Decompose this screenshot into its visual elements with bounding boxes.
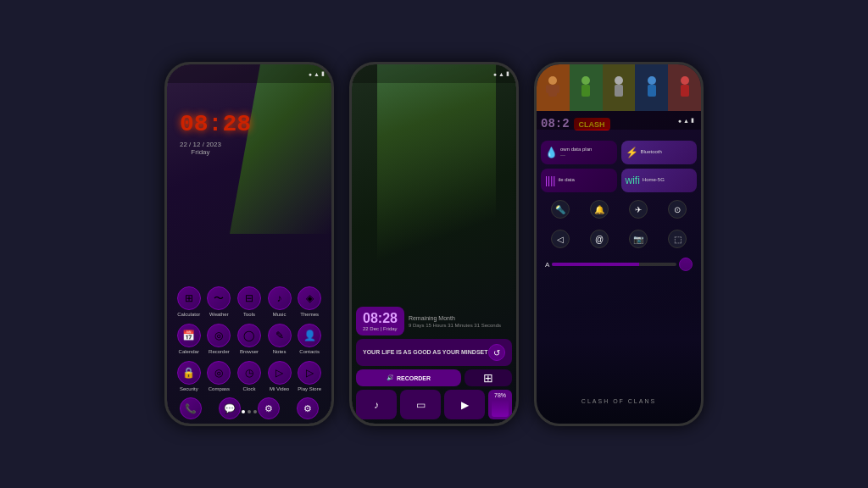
phone-1-background: ● ▲ ▮ 08:28 22 / 12 / 2023 Friday ⊞ [167, 64, 331, 424]
bell-icon[interactable]: 🔔 [590, 200, 609, 219]
flashlight-icon[interactable]: 🔦 [551, 200, 570, 219]
qs-wifi[interactable]: wifi Home-5G [621, 169, 698, 192]
contacts-icon: 👤 [298, 324, 321, 347]
warrior-1-figure [544, 75, 561, 101]
time-widget: 08:28 22 Dec | Friday Remaining Month 9 … [356, 307, 512, 336]
water-drop-icon: 💧 [545, 147, 558, 158]
qs-bluetooth[interactable]: ⚡ Bluetooth [621, 141, 698, 164]
app-themes[interactable]: ◈ Themes [298, 286, 321, 317]
expand-icon[interactable]: ⬚ [668, 230, 687, 248]
music-label: Music [273, 312, 287, 317]
qs-icon-row-2: ◁ @ 📷 ⬚ [541, 226, 697, 252]
svg-point-8 [648, 76, 656, 85]
battery-widget: 78% [488, 390, 512, 419]
music-button[interactable]: ♪ [356, 390, 397, 419]
remaining-title: Remaining Month [409, 315, 512, 321]
dock: 📞 💬 ⚙ ⚙ [171, 397, 327, 419]
phone-3-statusbar: ● ▲ ▮ [537, 111, 701, 130]
svg-rect-11 [681, 85, 689, 97]
svg-point-4 [581, 76, 590, 85]
app-tools[interactable]: ⊟ Tools [237, 286, 261, 317]
warrior-5 [668, 64, 701, 111]
qs-data-plan[interactable]: 💧 own data plan — [541, 141, 617, 164]
app-row-1: ⊞ Calculator 〜 Weather ⊟ Tools ♪ [174, 286, 325, 317]
dock-messages[interactable]: 💬 [219, 397, 241, 419]
contacts-label: Contacts [299, 349, 320, 354]
app-contacts[interactable]: 👤 Contacts [298, 324, 321, 354]
recorder-mic-icon: 🔊 [387, 374, 394, 381]
location-icon[interactable]: ◁ [551, 230, 570, 248]
dock-extra[interactable]: ⚙ [297, 397, 319, 419]
weather-icon: 〜 [207, 286, 231, 310]
app-security[interactable]: 🔒 Security [177, 361, 201, 391]
app-compass[interactable]: ◎ Compass [207, 361, 231, 391]
app-calendar[interactable]: 📅 Calendar [177, 324, 201, 354]
quick-settings: 💧 own data plan — ⚡ Bluetooth [541, 141, 697, 273]
recorder-label: RECORDER [397, 375, 431, 381]
clock-label: Clock [242, 386, 255, 391]
play-button[interactable]: ▶ [444, 390, 485, 419]
play-icon: ▶ [461, 399, 469, 411]
wifi-status-icon: ● [309, 71, 312, 77]
phone-1: ● ▲ ▮ 08:28 22 / 12 / 2023 Friday ⊞ [164, 62, 334, 426]
record-icon[interactable]: ⊙ [668, 200, 687, 219]
app-calculator[interactable]: ⊞ Calculator [177, 286, 201, 317]
signal-bars-icon: |||| [545, 175, 555, 186]
warrior-5-figure [676, 75, 693, 101]
media-row: ♪ ▭ ▶ 78% [356, 390, 512, 419]
calculator-label: Calculator [177, 312, 200, 317]
phone-3-screen: 08:2 CLASH ● ▲ ▮ 💧 [537, 64, 701, 424]
dock-phone[interactable]: 📞 [180, 397, 202, 419]
recorder-button[interactable]: 🔊 RECORDER [356, 369, 461, 386]
calendar-label: Calendar [179, 349, 199, 354]
recorder-icon: ◎ [207, 324, 231, 347]
grid-button[interactable]: ⊞ [465, 369, 512, 386]
app-browser[interactable]: ◯ Browser [237, 324, 261, 354]
app-recorder[interactable]: ◎ Recorder [207, 324, 231, 354]
weather-label: Weather [209, 312, 229, 317]
remaining-box: Remaining Month 9 Days 15 Hours 31 Minut… [409, 315, 512, 328]
app-grid: ⊞ Calculator 〜 Weather ⊟ Tools ♪ [167, 286, 331, 398]
qs-mobile-data[interactable]: |||| ile data [541, 169, 617, 192]
remaining-time: 9 Days 15 Hours 31 Minutes 31 Seconds [409, 323, 512, 328]
warrior-4 [635, 64, 668, 111]
phone-2-time: 08:28 [363, 311, 398, 326]
app-weather[interactable]: 〜 Weather [207, 286, 231, 317]
dock-settings[interactable]: ⚙ [258, 397, 280, 419]
signal-icon-2: ▲ [498, 71, 504, 77]
svg-point-6 [615, 76, 623, 85]
themes-icon: ◈ [298, 286, 321, 310]
phone-1-date: 22 / 12 / 2023 Friday [180, 141, 221, 156]
battery-icon-2: ▮ [506, 70, 509, 77]
phone-2-screen: ● ▲ ▮ 08:28 22 Dec | Friday Remaining Mo… [352, 64, 516, 424]
app-music[interactable]: ♪ Music [268, 286, 292, 317]
app-clock[interactable]: ◷ Clock [237, 361, 261, 391]
quote-text: Your Life is as Good as Your Mindset [363, 348, 488, 356]
qs-data-text: own data plan — [560, 147, 592, 158]
qs-row-1: 💧 own data plan — ⚡ Bluetooth [541, 141, 697, 164]
tablet-button[interactable]: ▭ [400, 390, 441, 419]
compass-label: Compass [209, 386, 230, 391]
app-mivideo[interactable]: ▷ Mi Video [268, 361, 292, 391]
qs-icon-row: 🔦 🔔 ✈ ⊙ [541, 197, 697, 222]
calculator-icon: ⊞ [177, 286, 201, 310]
svg-rect-3 [556, 85, 559, 93]
app-row-3: 🔒 Security ◎ Compass ◷ Clock ▷ [174, 361, 325, 391]
phone-2-background: ● ▲ ▮ 08:28 22 Dec | Friday Remaining Mo… [352, 64, 516, 424]
app-playstore[interactable]: ▷ Play Store [298, 361, 321, 391]
quote-widget: Your Life is as Good as Your Mindset ↺ [356, 339, 512, 366]
phone-3-background: 08:2 CLASH ● ▲ ▮ 💧 [537, 64, 701, 424]
battery-icon: ▮ [321, 70, 325, 77]
phone-1-screen: ● ▲ ▮ 08:28 22 / 12 / 2023 Friday ⊞ [167, 64, 331, 424]
profile-icon[interactable]: @ [590, 230, 609, 248]
phone-3-frame: 08:2 CLASH ● ▲ ▮ 💧 [534, 62, 704, 426]
camera-icon[interactable]: 📷 [629, 230, 648, 248]
app-notes[interactable]: ✎ Notes [268, 324, 292, 354]
widget-area: 08:28 22 Dec | Friday Remaining Month 9 … [352, 302, 516, 424]
airplane-icon[interactable]: ✈ [629, 200, 648, 219]
playstore-icon: ▷ [298, 361, 321, 385]
svg-rect-9 [648, 85, 656, 97]
bluetooth-icon: ⚡ [626, 147, 638, 158]
recorder-label: Recorder [209, 349, 230, 354]
svg-point-0 [548, 76, 557, 85]
